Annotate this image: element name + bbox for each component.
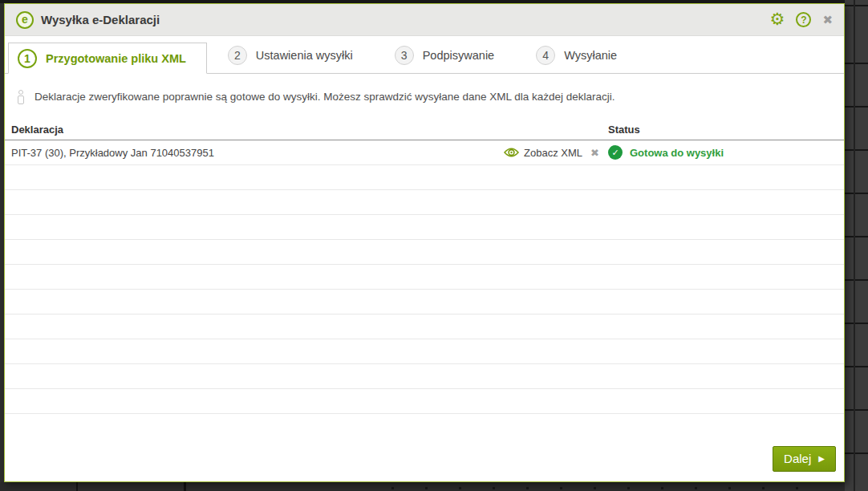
- remove-icon[interactable]: ✖: [590, 147, 599, 159]
- table-row-empty: [5, 165, 844, 190]
- table-row-empty: [5, 364, 844, 389]
- table-row-empty: [5, 215, 844, 240]
- step-label: Wysyłanie: [564, 49, 617, 62]
- step-tab-przygotowanie-pliku-xml[interactable]: 1 Przygotowanie pliku XML: [8, 43, 207, 74]
- next-button-label: Dalej: [784, 452, 811, 465]
- table-row-empty: [5, 389, 844, 414]
- column-header-status: Status: [608, 124, 838, 136]
- table-row-empty: [5, 290, 844, 314]
- check-circle-icon: ✓: [608, 145, 623, 160]
- view-xml-cell: Zobacz XML ✖: [504, 147, 608, 159]
- info-message: Deklaracje zweryfikowane poprawnie są go…: [5, 74, 844, 119]
- step-number: 1: [18, 49, 37, 68]
- table-row: PIT-37 (30), Przykładowy Jan 71040537951…: [5, 140, 844, 165]
- table-row-empty: [5, 240, 844, 265]
- step-label: Przygotowanie pliku XML: [46, 52, 186, 65]
- empty-rows-container: [5, 165, 844, 414]
- app-background-table-right: [845, 0, 868, 491]
- step-tab-wysylanie[interactable]: 4 Wysyłanie: [515, 37, 638, 74]
- status-text: Gotowa do wysyłki: [630, 147, 724, 159]
- wizard-steps: 1 Przygotowanie pliku XML 2 Ustawienia w…: [5, 36, 844, 74]
- declaration-name: PIT-37 (30), Przykładowy Jan 71040537951: [11, 147, 504, 159]
- arrow-right-icon: ▶: [818, 454, 825, 463]
- next-button[interactable]: Dalej ▶: [773, 446, 836, 472]
- app-background-column-mark: [184, 482, 186, 491]
- close-icon[interactable]: ✖: [822, 13, 833, 27]
- table-row-empty: [5, 190, 844, 215]
- table-header: Deklaracja Status: [5, 119, 844, 140]
- app-background-column-mark: [76, 482, 78, 491]
- step-label: Ustawienia wysyłki: [256, 49, 353, 62]
- dialog-header: e Wysyłka e-Deklaracji ⚙ ? ✖: [5, 4, 844, 36]
- step-tab-ustawienia-wysylki[interactable]: 2 Ustawienia wysyłki: [207, 37, 374, 74]
- e-deklaracje-logo-icon: e: [16, 11, 34, 29]
- step-number: 2: [228, 46, 247, 65]
- status-cell: ✓ Gotowa do wysyłki: [608, 145, 838, 160]
- table-row-empty: [5, 265, 844, 290]
- table-row-empty: [5, 314, 844, 339]
- column-header-deklaracja: Deklaracja: [11, 124, 504, 136]
- eye-icon[interactable]: [504, 147, 519, 158]
- help-icon[interactable]: ?: [796, 12, 811, 27]
- step-label: Podpisywanie: [423, 49, 494, 62]
- step-number: 3: [395, 46, 414, 65]
- app-background-grid-dashes: [391, 487, 813, 489]
- step-number: 4: [536, 46, 555, 65]
- send-edeclaration-dialog: e Wysyłka e-Deklaracji ⚙ ? ✖ 1 Przygotow…: [4, 3, 845, 482]
- header-icons: ⚙ ? ✖: [770, 11, 833, 28]
- table-row-empty: [5, 339, 844, 364]
- step-tab-podpisywanie[interactable]: 3 Podpisywanie: [374, 37, 515, 74]
- app-background-column-divider: [854, 0, 855, 491]
- dialog-title: Wysyłka e-Deklaracji: [41, 13, 160, 26]
- info-text: Deklaracje zweryfikowane poprawnie są go…: [34, 91, 615, 103]
- gear-icon[interactable]: ⚙: [770, 11, 785, 28]
- info-icon: [17, 90, 24, 103]
- view-xml-link[interactable]: Zobacz XML: [524, 147, 582, 159]
